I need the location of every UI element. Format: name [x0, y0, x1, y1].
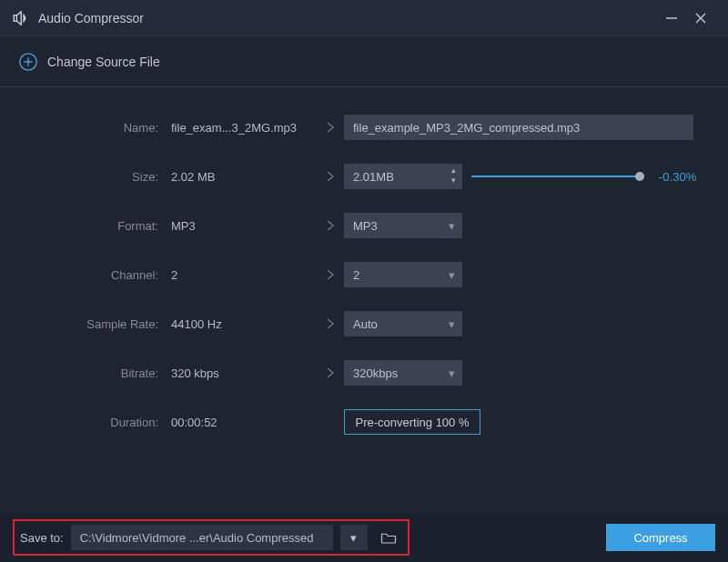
- footer-bar: Save to: C:\Vidmore\Vidmore ...er\Audio …: [0, 513, 728, 562]
- minimize-button[interactable]: [657, 4, 686, 33]
- duration-source-value: 00:00:52: [171, 416, 317, 429]
- size-slider[interactable]: [471, 170, 642, 183]
- save-path-dropdown[interactable]: ▾: [340, 525, 368, 550]
- title-bar: Audio Compressor: [0, 0, 728, 36]
- bitrate-source-value: 320 kbps: [171, 366, 317, 380]
- row-channel: Channel: 2 2 ▾: [25, 262, 703, 287]
- spinner-up-icon[interactable]: ▴: [448, 166, 459, 175]
- row-samplerate: Sample Rate: 44100 Hz Auto ▾: [25, 311, 703, 336]
- slider-track: [471, 176, 642, 177]
- duration-label: Duration:: [25, 416, 171, 429]
- close-button[interactable]: [686, 4, 715, 33]
- samplerate-select[interactable]: Auto ▾: [344, 311, 462, 336]
- row-bitrate: Bitrate: 320 kbps 320kbps ▾: [25, 360, 703, 386]
- caret-down-icon: ▾: [449, 317, 455, 331]
- caret-down-icon: ▾: [449, 366, 455, 380]
- form-area: Name: file_exam...3_2MG.mp3 Size: 2.02 M…: [0, 87, 728, 513]
- row-name: Name: file_exam...3_2MG.mp3: [25, 115, 703, 140]
- app-title: Audio Compressor: [38, 11, 144, 25]
- slider-thumb[interactable]: [635, 172, 644, 181]
- add-circle-icon[interactable]: [18, 52, 38, 72]
- save-to-group: Save to: C:\Vidmore\Vidmore ...er\Audio …: [13, 519, 410, 556]
- caret-down-icon: ▾: [449, 268, 455, 282]
- svg-rect-0: [14, 15, 16, 20]
- channel-source-value: 2: [171, 268, 317, 282]
- chevron-right-icon: [317, 366, 344, 379]
- chevron-right-icon: [317, 170, 344, 183]
- samplerate-label: Sample Rate:: [25, 317, 171, 331]
- samplerate-source-value: 44100 Hz: [171, 317, 317, 331]
- bitrate-label: Bitrate:: [25, 366, 171, 380]
- format-select[interactable]: MP3 ▾: [344, 213, 462, 238]
- chevron-right-icon: [317, 121, 344, 134]
- samplerate-select-value: Auto: [353, 317, 378, 331]
- chevron-right-icon: [317, 317, 344, 330]
- format-label: Format:: [25, 219, 171, 233]
- open-folder-button[interactable]: [375, 525, 402, 550]
- name-label: Name:: [25, 121, 171, 135]
- chevron-right-icon: [317, 268, 344, 281]
- bitrate-select[interactable]: 320kbps ▾: [344, 360, 462, 386]
- change-source-link[interactable]: Change Source File: [47, 55, 160, 69]
- channel-select-value: 2: [353, 268, 359, 282]
- chevron-right-icon: [317, 219, 344, 232]
- size-spinner[interactable]: 2.01MB ▴ ▾: [344, 164, 462, 189]
- save-path-display[interactable]: C:\Vidmore\Vidmore ...er\Audio Compresse…: [71, 525, 333, 550]
- size-source-value: 2.02 MB: [171, 170, 317, 184]
- row-format: Format: MP3 MP3 ▾: [25, 213, 703, 238]
- caret-down-icon: ▾: [350, 531, 357, 545]
- size-output-value: 2.01MB: [344, 170, 394, 184]
- preconvert-progress[interactable]: Pre-converting 100 %: [344, 409, 480, 435]
- format-select-value: MP3: [353, 219, 378, 233]
- output-name-input[interactable]: [344, 115, 693, 140]
- app-logo-icon: [13, 11, 31, 25]
- format-source-value: MP3: [171, 219, 317, 233]
- channel-label: Channel:: [25, 268, 171, 282]
- source-file-row: Change Source File: [0, 36, 728, 87]
- folder-icon: [380, 531, 397, 544]
- save-to-label: Save to:: [20, 531, 64, 545]
- channel-select[interactable]: 2 ▾: [344, 262, 462, 287]
- size-percent: -0.30%: [659, 170, 696, 184]
- row-duration: Duration: 00:00:52 Pre-converting 100 %: [25, 409, 703, 435]
- compress-button[interactable]: Compress: [606, 524, 715, 551]
- caret-down-icon: ▾: [449, 219, 455, 233]
- bitrate-select-value: 320kbps: [353, 366, 398, 380]
- name-source-value: file_exam...3_2MG.mp3: [171, 121, 317, 135]
- spinner-down-icon[interactable]: ▾: [448, 176, 459, 185]
- row-size: Size: 2.02 MB 2.01MB ▴ ▾ -0.30%: [25, 164, 703, 189]
- size-label: Size:: [25, 170, 171, 184]
